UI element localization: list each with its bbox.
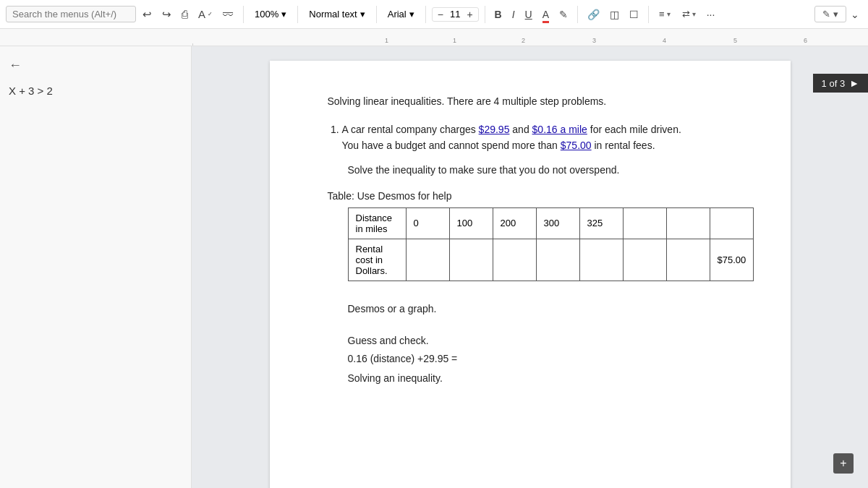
solving-text: Solving an inequality. [348,372,744,384]
font-caret: ▾ [409,9,414,20]
table-header-rental: Rentalcost inDollars. [348,239,406,281]
corner-action-button[interactable]: + [833,453,854,474]
table-cell-d100: 100 [449,207,493,239]
font-color-button[interactable]: A [539,7,553,22]
problem-text-1: A car rental company charges $29.95 and … [342,124,681,135]
search-input[interactable] [6,6,136,22]
list-button[interactable]: ⇄▾ [678,6,700,22]
divider-6 [577,6,578,23]
price-1: $29.95 [479,124,510,135]
divider-1 [243,6,244,23]
zoom-selector[interactable]: 100% ▾ [250,7,292,22]
font-size-increase[interactable]: + [464,9,475,20]
problem-1-text: A car rental company charges $29.95 and … [342,121,744,154]
format-clear-button[interactable]: ⏔ [219,5,237,23]
highlight-button[interactable]: ✎ [556,7,571,22]
pen-icon: ✎ [822,9,830,20]
problem-text-2: You have a budget and cannot spend more … [342,140,655,151]
paragraph-align-button[interactable]: ≡▾ [655,6,675,22]
page-counter-arrow: ► [849,77,859,89]
image-button[interactable]: ◫ [606,7,623,22]
table-cell-r75: $75.00 [710,239,754,281]
edit-button[interactable]: ✎ ▾ [814,6,846,22]
divider-4 [425,6,426,23]
table-cell-d300: 300 [536,207,579,239]
price-2: $0.16 a mile [532,124,587,135]
page-counter-text: 1 of 3 [822,78,846,89]
font-size-decrease[interactable]: − [435,9,446,20]
toolbar: ↩ ↪ ⎙ A✓ ⏔ 100% ▾ Normal text ▾ Arial ▾ … [0,0,868,29]
page-counter-badge[interactable]: 1 of 3 ► [813,74,868,93]
main-area: ← X + 3 > 2 Solving linear inequalities.… [0,46,868,488]
table-cell-r-empty1 [623,239,666,281]
doc-area[interactable]: Solving linear inequalities. There are 4… [192,46,868,488]
spellcheck-button[interactable]: A✓ [195,5,216,23]
table-cell-d200: 200 [493,207,536,239]
table-cell-r300 [536,239,579,281]
price-3: $75.00 [561,140,592,151]
underline-button[interactable]: U [522,7,536,22]
problem-1: A car rental company charges $29.95 and … [328,121,744,154]
font-color-icon: A [542,9,549,23]
table-cell-r0 [406,239,449,281]
guess-check: Guess and check. 0.16 (distance) +29.95 … [348,332,744,368]
guess-check-line2: 0.16 (distance) +29.95 = [348,353,458,364]
back-button[interactable]: ← [9,58,22,73]
divider-3 [376,6,377,23]
redo-button[interactable]: ↪ [158,5,175,24]
zoom-caret: ▾ [281,9,286,20]
divider-2 [297,6,298,23]
more-button[interactable]: ··· [703,7,719,22]
desmos-text: Desmos or a graph. [348,303,744,314]
bold-button[interactable]: B [491,7,506,22]
table-cell-r-empty2 [666,239,710,281]
font-size-value: 11 [447,9,463,20]
font-value: Arial [388,9,407,20]
table-cell-d-empty2 [666,207,710,239]
doc-intro: Solving linear inequalities. There are 4… [328,95,744,107]
guess-check-line1: Guess and check. [348,335,429,346]
ruler-mark-4: 4 [663,37,666,44]
edit-caret: ▾ [833,9,838,20]
font-size-group: − 11 + [432,7,479,22]
table-cell-d-empty3 [710,207,754,239]
table-cell-r200 [493,239,536,281]
zoom-value: 100% [255,9,278,20]
ruler-mark-6: 6 [804,37,807,44]
ruler-mark-0: 1 [385,37,388,44]
italic-button[interactable]: I [509,7,519,22]
ruler-mark-5: 5 [733,37,737,44]
solve-text: Solve the inequality to make sure that y… [348,164,744,176]
print-button[interactable]: ⎙ [178,5,192,23]
table-cell-d325: 325 [579,207,623,239]
table-row-1: Distancein miles 0 100 200 300 325 [348,207,754,239]
style-caret: ▾ [360,9,365,20]
sidebar: ← X + 3 > 2 [0,46,192,488]
document-page: Solving linear inequalities. There are 4… [270,61,791,488]
table-row-2: Rentalcost inDollars. $75.00 [348,239,754,281]
font-selector[interactable]: Arial ▾ [383,7,420,22]
toolbar-collapse-button[interactable]: ⌄ [848,7,862,22]
table-cell-r100 [449,239,493,281]
ruler: 1 1 2 3 4 5 6 7 [0,29,868,46]
toolbar-right: ✎ ▾ ⌄ [814,6,862,22]
style-value: Normal text [309,9,357,20]
table-label: Table: Use Desmos for help [328,190,744,202]
comment-button[interactable]: ☐ [626,7,642,22]
table-cell-r325 [579,239,623,281]
divider-5 [485,6,485,23]
table-header-distance: Distancein miles [348,207,406,239]
undo-button[interactable]: ↩ [139,5,156,24]
divider-7 [648,6,649,23]
table-cell-d-empty1 [623,207,666,239]
data-table: Distancein miles 0 100 200 300 325 Renta… [348,207,754,281]
style-selector[interactable]: Normal text ▾ [304,7,370,22]
table-cell-d0: 0 [406,207,449,239]
ruler-mark-1: 1 [453,37,456,44]
ruler-mark-3: 3 [592,37,596,44]
ruler-mark-2: 2 [522,37,525,44]
sidebar-equation: X + 3 > 2 [9,85,182,97]
link-button[interactable]: 🔗 [584,7,603,22]
